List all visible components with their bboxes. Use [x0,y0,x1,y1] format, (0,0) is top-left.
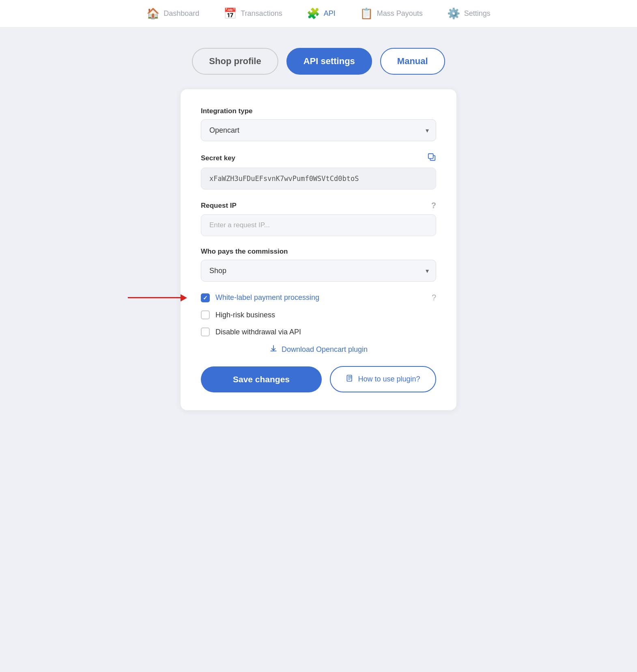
how-to-use-button[interactable]: How to use plugin? [330,366,436,392]
download-plugin-link[interactable]: Download Opencart plugin [201,345,436,355]
secret-key-group: Secret key xFaWZH3uFDuEFsvnK7wvPumf0WSVt… [201,153,436,190]
tab-shop-profile[interactable]: Shop profile [192,48,278,75]
integration-type-label: Integration type [201,107,436,115]
nav-label-api: API [324,9,336,18]
top-nav: 🏠 Dashboard 📅 Transactions 🧩 API 📋 Mass … [0,0,637,28]
integration-type-group: Integration type Opencart WooCommerce Ma… [201,107,436,141]
list-icon: 📋 [360,7,373,20]
integration-type-select[interactable]: Opencart WooCommerce Magento Custom [201,119,436,141]
checkbox-high-risk[interactable] [201,310,210,319]
svg-rect-1 [428,154,433,159]
request-ip-group: Request IP ? [201,201,436,236]
bottom-buttons: Save changes How to use plugin? [201,366,436,392]
main-content: Shop profile API settings Manual Integra… [0,28,637,431]
home-icon: 🏠 [146,7,159,20]
svg-rect-2 [347,375,352,381]
checkbox-disable-withdrawal-text: Disable withdrawal via API [215,328,301,336]
tab-manual[interactable]: Manual [380,48,445,75]
request-ip-help-icon[interactable]: ? [431,201,436,210]
how-to-use-text: How to use plugin? [358,375,420,383]
nav-item-transactions[interactable]: 📅 Transactions [224,7,282,20]
gear-icon: ⚙️ [447,7,460,20]
request-ip-label-row: Request IP ? [201,201,436,210]
arrow-line [128,297,181,298]
nav-item-dashboard[interactable]: 🏠 Dashboard [146,7,199,20]
nav-item-mass-payouts[interactable]: 📋 Mass Payouts [360,7,423,20]
red-arrow-annotation [128,294,187,302]
request-ip-input[interactable] [201,214,436,236]
commission-label: Who pays the commission [201,248,436,256]
checkbox-white-label-text: White-label payment processing [215,293,319,302]
book-icon [346,374,354,384]
nav-label-mass-payouts: Mass Payouts [377,9,423,18]
checkmark-icon: ✓ [203,295,208,301]
nav-label-transactions: Transactions [241,9,282,18]
secret-key-value: xFaWZH3uFDuEFsvnK7wvPumf0WSVtCd0btoS [201,168,436,190]
commission-group: Who pays the commission Shop Customer ▾ [201,248,436,282]
checkbox-row-white-label: ✓ White-label payment processing ? [201,293,436,302]
checkbox-high-risk-text: High-risk business [215,311,275,319]
api-settings-card: Integration type Opencart WooCommerce Ma… [181,89,456,410]
calendar-icon: 📅 [224,7,237,20]
puzzle-icon: 🧩 [307,7,320,20]
copy-icon[interactable] [427,153,436,164]
integration-type-select-wrapper: Opencart WooCommerce Magento Custom ▾ [201,119,436,141]
download-link-text: Download Opencart plugin [282,345,368,354]
download-icon [269,345,278,355]
save-changes-button[interactable]: Save changes [201,366,322,392]
nav-label-settings: Settings [464,9,491,18]
tab-api-settings[interactable]: API settings [286,48,372,75]
nav-item-settings[interactable]: ⚙️ Settings [447,7,491,20]
checkbox-row-high-risk: High-risk business [201,310,436,319]
red-arrow [128,294,187,302]
checkbox-disable-withdrawal[interactable] [201,327,210,336]
arrow-head [181,294,187,302]
nav-item-api[interactable]: 🧩 API [307,7,336,20]
checkbox-row-disable-withdrawal: Disable withdrawal via API [201,327,436,336]
secret-key-label-row: Secret key [201,153,436,164]
nav-label-dashboard: Dashboard [164,9,199,18]
white-label-help-icon[interactable]: ? [432,293,436,302]
checkboxes-section: ✓ White-label payment processing ? High-… [201,293,436,336]
commission-select[interactable]: Shop Customer [201,260,436,282]
tab-buttons: Shop profile API settings Manual [192,48,445,75]
commission-select-wrapper: Shop Customer ▾ [201,260,436,282]
checkbox-white-label[interactable]: ✓ [201,293,210,302]
